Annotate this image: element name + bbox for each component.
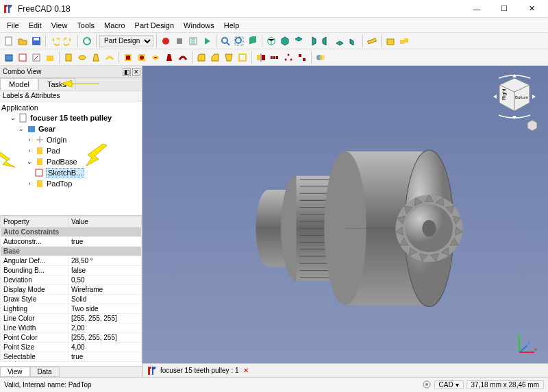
- pad-icon[interactable]: [62, 51, 75, 64]
- tree-body-gear[interactable]: ⌄ Gear: [1, 123, 140, 134]
- sub-loft-icon[interactable]: [163, 51, 175, 64]
- tree-document[interactable]: ⌄ focuser 15 teeth pulley: [1, 112, 140, 123]
- measure-icon[interactable]: [366, 35, 378, 47]
- nav-style-label[interactable]: CAD ▾: [434, 380, 464, 389]
- prop-row[interactable]: Selectabletrue: [1, 352, 142, 362]
- menu-partdesign[interactable]: Part Design: [131, 20, 178, 31]
- sweep-icon[interactable]: [103, 51, 116, 64]
- view-iso-icon[interactable]: [265, 35, 277, 47]
- macro-record-icon[interactable]: [160, 35, 172, 47]
- groove-icon[interactable]: [149, 51, 162, 64]
- prop-header-value[interactable]: Value: [68, 217, 142, 228]
- prop-row[interactable]: Autoconstr...true: [1, 237, 142, 247]
- view-bottom-icon[interactable]: [334, 35, 346, 47]
- maximize-button[interactable]: ☐: [490, 1, 518, 16]
- prop-row[interactable]: Deviation0,50: [1, 275, 142, 285]
- panel-undock-icon[interactable]: ◧: [123, 68, 131, 76]
- macro-run-icon[interactable]: [201, 35, 213, 47]
- draw-style-icon[interactable]: [247, 35, 259, 47]
- chevron-right-icon[interactable]: ›: [26, 180, 33, 187]
- minimize-button[interactable]: —: [463, 1, 490, 16]
- prop-row[interactable]: Line Color[255, 255, 255]: [1, 314, 142, 323]
- prop-row[interactable]: Line Width2,00: [1, 323, 142, 333]
- menu-tools[interactable]: Tools: [73, 20, 99, 31]
- panel-close-icon[interactable]: ✕: [132, 68, 140, 76]
- prop-row[interactable]: Bounding B...false: [1, 266, 142, 275]
- edit-sketch-icon[interactable]: [30, 51, 42, 64]
- create-sketch-icon[interactable]: [16, 51, 29, 64]
- view-rear-icon[interactable]: [320, 35, 332, 47]
- tab-model[interactable]: Model: [0, 78, 38, 90]
- tree-padbase[interactable]: ⌄ PadBase: [1, 156, 140, 167]
- tree-origin[interactable]: › Origin: [1, 134, 140, 145]
- loft-icon[interactable]: [90, 51, 102, 64]
- prop-header-property[interactable]: Property: [1, 217, 68, 228]
- axes-indicator: x y z: [514, 333, 538, 358]
- undo-icon[interactable]: [49, 35, 61, 47]
- open-file-icon[interactable]: [16, 35, 29, 47]
- prop-row[interactable]: Draw StyleSolid: [1, 295, 142, 304]
- 3d-viewport[interactable]: Right Bottom x y z focuser 15 teeth pull…: [142, 66, 548, 377]
- menu-edit[interactable]: Edit: [25, 20, 46, 31]
- chevron-right-icon[interactable]: ›: [26, 136, 33, 143]
- tree-padtop[interactable]: › PadTop: [1, 178, 140, 189]
- thickness-icon[interactable]: [236, 51, 249, 64]
- draft-icon[interactable]: [223, 51, 235, 64]
- chevron-down-icon[interactable]: ⌄: [18, 125, 25, 132]
- prop-row[interactable]: LightingTwo side: [1, 304, 142, 314]
- tab-view[interactable]: View: [0, 367, 30, 377]
- sub-sweep-icon[interactable]: [177, 51, 189, 64]
- map-sketch-icon[interactable]: [44, 51, 56, 64]
- view-top-icon[interactable]: [292, 35, 305, 47]
- linear-pattern-icon[interactable]: [269, 51, 281, 64]
- document-tab[interactable]: focuser 15 teeth pulley : 1: [160, 367, 239, 374]
- zoom-fit-icon[interactable]: [219, 35, 232, 47]
- hole-icon[interactable]: [136, 51, 148, 64]
- redo-icon[interactable]: [62, 35, 75, 47]
- menu-file[interactable]: File: [3, 20, 23, 31]
- tab-data[interactable]: Data: [30, 367, 60, 377]
- menu-windows[interactable]: Windows: [179, 20, 219, 31]
- fillet-icon[interactable]: [195, 51, 208, 64]
- navigation-cube[interactable]: Right Bottom: [490, 73, 538, 121]
- workbench-selector[interactable]: Part Design: [99, 35, 153, 47]
- tree-sketchbase[interactable]: SketchB...: [1, 167, 140, 178]
- multi-transform-icon[interactable]: [296, 51, 308, 64]
- view-front-icon[interactable]: [279, 35, 291, 47]
- svg-rect-31: [273, 56, 275, 59]
- boolean-icon[interactable]: [314, 51, 327, 64]
- chamfer-icon[interactable]: [209, 51, 221, 64]
- mini-cube-icon[interactable]: [526, 119, 538, 132]
- part-icon[interactable]: [384, 35, 397, 47]
- chevron-down-icon[interactable]: ⌄: [10, 114, 16, 121]
- zoom-selection-icon[interactable]: [233, 35, 245, 47]
- mirror-icon[interactable]: [255, 51, 267, 64]
- prop-row[interactable]: Point Size4,00: [1, 343, 142, 352]
- group-icon[interactable]: [398, 35, 410, 47]
- revolution-icon[interactable]: [76, 51, 88, 64]
- tab-tasks[interactable]: Tasks: [38, 78, 75, 90]
- menu-view[interactable]: View: [47, 20, 72, 31]
- prop-row[interactable]: Display ModeWireframe: [1, 285, 142, 295]
- view-left-icon[interactable]: [347, 35, 360, 47]
- chevron-down-icon[interactable]: ⌄: [26, 158, 33, 165]
- tree-pad[interactable]: › Pad: [1, 145, 140, 156]
- document-close-icon[interactable]: ✕: [243, 367, 249, 374]
- refresh-icon[interactable]: [81, 35, 93, 47]
- nav-style-icon[interactable]: [422, 380, 432, 391]
- close-button[interactable]: ✕: [518, 1, 545, 16]
- macro-list-icon[interactable]: [187, 35, 199, 47]
- new-file-icon[interactable]: [3, 35, 15, 47]
- create-body-icon[interactable]: [3, 51, 15, 64]
- view-right-icon[interactable]: [306, 35, 319, 47]
- pocket-icon[interactable]: [122, 51, 134, 64]
- save-icon[interactable]: [30, 35, 42, 47]
- tree-application[interactable]: Application: [1, 103, 140, 112]
- polar-pattern-icon[interactable]: [282, 51, 295, 64]
- macro-stop-icon[interactable]: [173, 35, 186, 47]
- menu-macro[interactable]: Macro: [100, 20, 129, 31]
- menu-help[interactable]: Help: [220, 20, 244, 31]
- chevron-right-icon[interactable]: ›: [26, 147, 33, 154]
- prop-row[interactable]: Angular Def...28,50 °: [1, 256, 142, 266]
- prop-row[interactable]: Point Color[255, 255, 255]: [1, 333, 142, 343]
